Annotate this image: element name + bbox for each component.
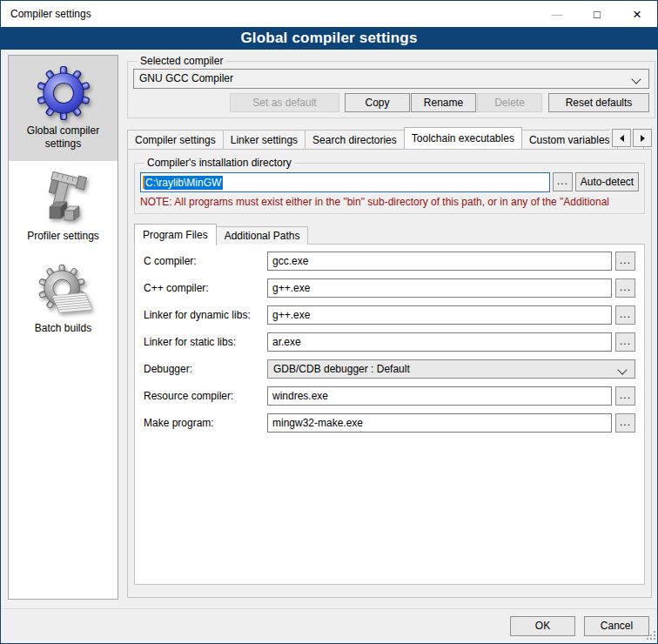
- dynamic-linker-label: Linker for dynamic libs:: [144, 309, 267, 321]
- debugger-row: Debugger: GDB/CDB debugger : Default: [144, 359, 635, 379]
- browse-install-dir-button[interactable]: ...: [553, 172, 573, 191]
- compiler-actions: Set as default Copy Rename Delete Reset …: [133, 93, 649, 112]
- minimize-icon: —: [552, 9, 563, 20]
- left-arrow-icon: [616, 135, 624, 142]
- static-linker-label: Linker for static libs:: [144, 336, 267, 348]
- sidebar-item-global-compiler-settings[interactable]: Global compiler settings: [9, 56, 118, 161]
- settings-tab-strip: Compiler settings Linker settings Search…: [127, 126, 652, 149]
- tab-linker-settings[interactable]: Linker settings: [223, 130, 306, 149]
- selected-compiler-group-label: Selected compiler: [138, 55, 225, 67]
- resize-grip[interactable]: [654, 638, 655, 640]
- copy-button[interactable]: Copy: [345, 93, 410, 112]
- subtab-program-files[interactable]: Program Files: [134, 224, 217, 245]
- resource-compiler-browse-button[interactable]: ...: [615, 386, 635, 406]
- program-files-tab-strip: Program Files Additional Paths: [134, 223, 645, 245]
- tab-custom-variables[interactable]: Custom variables: [521, 130, 618, 149]
- static-linker-row: Linker for static libs: ...: [144, 332, 635, 352]
- caption-buttons: — □ ×: [537, 1, 657, 27]
- static-linker-browse-button[interactable]: ...: [615, 332, 635, 352]
- minimize-button[interactable]: —: [537, 1, 577, 27]
- cpp-compiler-label: C++ compiler:: [144, 282, 267, 294]
- resource-compiler-row: Resource compiler: ...: [144, 386, 635, 406]
- gray-gear-papers-icon: [36, 263, 91, 319]
- sidebar-item-label: Global compiler settings: [12, 124, 114, 151]
- dynamic-linker-row: Linker for dynamic libs: ...: [144, 305, 635, 325]
- cpp-compiler-browse-button[interactable]: ...: [615, 278, 635, 298]
- tab-compiler-settings[interactable]: Compiler settings: [127, 130, 224, 149]
- window-title: Compiler settings: [1, 8, 91, 20]
- auto-detect-button[interactable]: Auto-detect: [575, 172, 639, 191]
- debugger-select[interactable]: GDB/CDB debugger : Default: [267, 359, 635, 379]
- c-compiler-label: C compiler:: [144, 255, 267, 267]
- maximize-button[interactable]: □: [577, 1, 617, 27]
- debugger-label: Debugger:: [144, 363, 267, 375]
- toolchain-executables-page: Compiler's installation directory C:\ray…: [127, 149, 652, 598]
- page-title: Global compiler settings: [1, 27, 657, 50]
- chevron-down-icon: [631, 74, 641, 84]
- sidebar-item-label: Profiler settings: [12, 230, 114, 243]
- subtab-additional-paths[interactable]: Additional Paths: [216, 226, 309, 245]
- cpp-compiler-input[interactable]: [267, 278, 612, 298]
- close-icon: ×: [633, 7, 641, 22]
- reset-defaults-button[interactable]: Reset defaults: [548, 93, 649, 112]
- compiler-settings-dialog: Compiler settings — □ × Global compiler …: [0, 0, 658, 644]
- c-compiler-input[interactable]: [267, 252, 612, 271]
- settings-category-list: Global compiler settings: [8, 55, 118, 600]
- make-program-browse-button[interactable]: ...: [615, 413, 635, 433]
- tab-scroll-buttons: [610, 129, 652, 147]
- resource-compiler-input[interactable]: [267, 386, 612, 406]
- sidebar-item-profiler-settings[interactable]: Profiler settings: [9, 161, 118, 253]
- make-program-row: Make program: ...: [144, 413, 635, 433]
- title-bar: Compiler settings — □ ×: [1, 1, 657, 27]
- tab-toolchain-executables[interactable]: Toolchain executables: [404, 127, 522, 149]
- resource-compiler-label: Resource compiler:: [144, 390, 267, 402]
- cancel-button[interactable]: Cancel: [584, 616, 649, 636]
- tab-scroll-left-button[interactable]: [612, 129, 631, 147]
- dialog-footer: OK Cancel: [1, 608, 658, 643]
- close-button[interactable]: ×: [617, 1, 657, 27]
- program-files-page: C compiler: ... C++ compiler: ...: [134, 244, 645, 585]
- install-dir-note: NOTE: All programs must exist either in …: [140, 196, 639, 208]
- dialog-content: Global compiler settings: [1, 50, 658, 610]
- selected-compiler-group: Selected compiler GNU GCC Compiler Set a…: [127, 55, 655, 118]
- install-dir-group: Compiler's installation directory C:\ray…: [134, 157, 645, 214]
- install-dir-input[interactable]: C:\raylib\MinGW: [140, 172, 550, 192]
- caliper-icon: [36, 171, 91, 226]
- c-compiler-row: C compiler: ...: [144, 252, 635, 271]
- blue-gear-icon: [36, 65, 91, 121]
- main-panel: Selected compiler GNU GCC Compiler Set a…: [127, 55, 652, 600]
- sidebar-item-batch-builds[interactable]: Batch builds: [9, 253, 118, 345]
- right-arrow-icon: [641, 135, 648, 142]
- make-program-label: Make program:: [144, 417, 267, 429]
- sidebar-item-label: Batch builds: [12, 322, 114, 335]
- ok-button[interactable]: OK: [510, 616, 575, 636]
- debugger-selected-value: GDB/CDB debugger : Default: [273, 363, 410, 375]
- set-as-default-button[interactable]: Set as default: [230, 93, 339, 112]
- rename-button[interactable]: Rename: [411, 93, 476, 112]
- chevron-down-icon: [617, 365, 627, 374]
- install-dir-selected-text: C:\raylib\MinGW: [144, 176, 223, 190]
- selected-compiler-combobox[interactable]: GNU GCC Compiler: [133, 69, 649, 89]
- dynamic-linker-browse-button[interactable]: ...: [615, 305, 635, 325]
- maximize-icon: □: [594, 9, 601, 20]
- make-program-input[interactable]: [267, 413, 612, 433]
- install-dir-row: C:\raylib\MinGW ... Auto-detect: [140, 172, 639, 192]
- selected-compiler-value: GNU GCC Compiler: [139, 72, 233, 84]
- static-linker-input[interactable]: [267, 332, 612, 352]
- dynamic-linker-input[interactable]: [267, 305, 612, 325]
- cpp-compiler-row: C++ compiler: ...: [144, 278, 635, 298]
- install-dir-group-label: Compiler's installation directory: [144, 157, 294, 169]
- tab-search-directories[interactable]: Search directories: [305, 130, 405, 149]
- delete-button[interactable]: Delete: [477, 93, 542, 112]
- tab-scroll-right-button[interactable]: [633, 129, 652, 147]
- c-compiler-browse-button[interactable]: ...: [615, 252, 635, 271]
